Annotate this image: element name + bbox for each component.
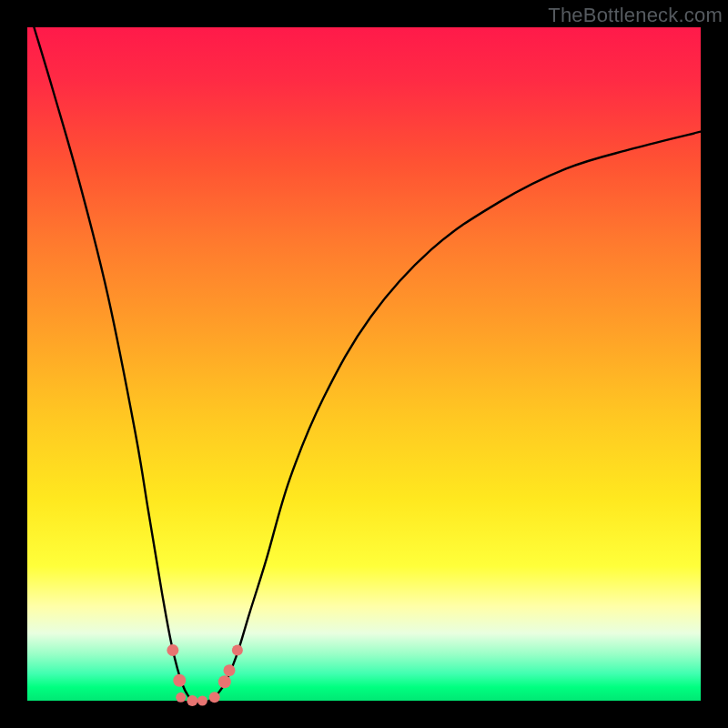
bottleneck-curve [34,27,701,703]
data-marker [209,692,220,703]
marker-group [167,644,243,706]
data-marker [197,696,207,706]
chart-area [27,27,701,701]
watermark-text: TheBottleneck.com [548,4,723,27]
data-marker [167,644,178,656]
data-marker [173,674,186,687]
bottleneck-chart-svg [27,27,701,701]
data-marker [176,693,186,703]
data-marker [224,664,236,676]
data-marker [218,675,231,688]
data-marker [232,645,243,656]
data-marker [187,695,197,706]
